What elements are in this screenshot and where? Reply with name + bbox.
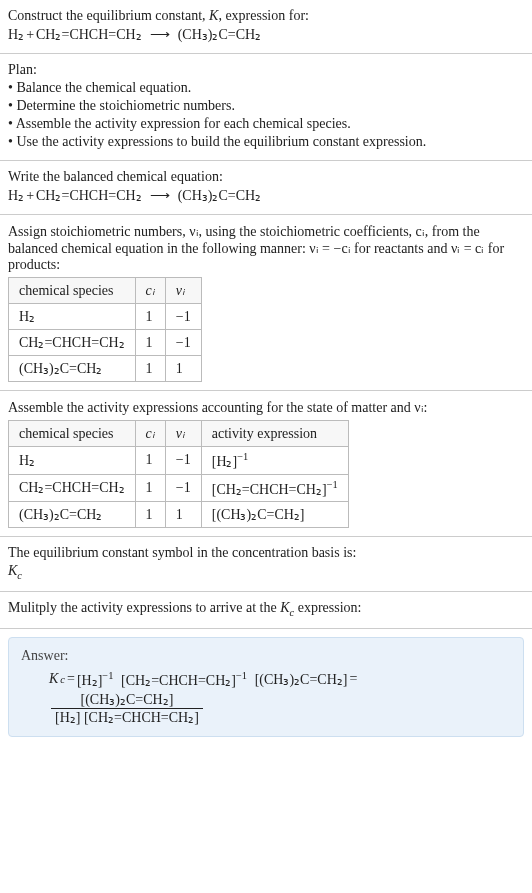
cell-ci: 1	[135, 330, 165, 356]
table-row: (CH₃)₂C=CH₂ 1 1	[9, 356, 202, 382]
bal-lhs2: CH₂=CHCH=CH₂	[36, 187, 142, 204]
cell-ci: 1	[135, 502, 165, 528]
col-species: chemical species	[9, 421, 136, 447]
balanced-section: Write the balanced chemical equation: H₂…	[0, 161, 532, 215]
plan-bullet-3: • Assemble the activity expression for e…	[8, 116, 524, 132]
kc-symbol: Kc	[8, 563, 524, 581]
cell-vi: −1	[165, 304, 201, 330]
act-base: [H₂]	[212, 454, 237, 469]
kc-sub: c	[17, 570, 22, 581]
balanced-equation: H₂ + CH₂=CHCH=CH₂ ⟶ (CH₃)₂C=CH₂	[8, 187, 524, 204]
ci-label: cᵢ	[146, 426, 155, 441]
cell-species: H₂	[9, 447, 136, 475]
eq-plus: +	[26, 27, 34, 43]
eq-lhs2: CH₂=CHCH=CH₂	[36, 26, 142, 43]
cell-species: (CH₃)₂C=CH₂	[9, 502, 136, 528]
activity-intro: Assemble the activity expressions accoun…	[8, 399, 524, 416]
cell-vi: 1	[165, 502, 201, 528]
ans-eq1: =	[67, 671, 75, 687]
cell-ci: 1	[135, 356, 165, 382]
cell-activity: [(CH₃)₂C=CH₂]	[201, 502, 348, 528]
kc-k: K	[8, 563, 17, 578]
ans-fraction: [(CH₃)₂C=CH₂] [H₂] [CH₂=CHCH=CH₂]	[51, 691, 203, 726]
eq-rhs: (CH₃)₂C=CH₂	[178, 26, 261, 43]
ans-t2-exp: −1	[236, 670, 247, 681]
ci-label: cᵢ	[146, 283, 155, 298]
plan-bullet-2: • Determine the stoichiometric numbers.	[8, 98, 524, 114]
stoich-intro: Assign stoichiometric numbers, νᵢ, using…	[8, 223, 524, 273]
vi-label: νᵢ	[176, 426, 185, 441]
prompt-text: Construct the equilibrium constant, K, e…	[8, 8, 524, 24]
eq-lhs1: H₂	[8, 26, 24, 43]
cell-vi: −1	[165, 447, 201, 475]
cell-species: CH₂=CHCH=CH₂	[9, 474, 136, 502]
ans-t2-base: [CH₂=CHCH=CH₂]	[121, 673, 236, 688]
kc-intro: The equilibrium constant symbol in the c…	[8, 545, 524, 561]
kc-symbol-section: The equilibrium constant symbol in the c…	[0, 537, 532, 592]
col-species: chemical species	[9, 278, 136, 304]
plan-title: Plan:	[8, 62, 524, 78]
col-vi: νᵢ	[165, 278, 201, 304]
col-ci: cᵢ	[135, 278, 165, 304]
bal-lhs1: H₂	[8, 187, 24, 204]
table-row: H₂ 1 −1	[9, 304, 202, 330]
answer-equation: Kc = [H₂]−1 [CH₂=CHCH=CH₂]−1 [(CH₃)₂C=CH…	[21, 670, 511, 726]
arrow-icon: ⟶	[144, 26, 176, 43]
prompt-prefix: Construct the equilibrium constant,	[8, 8, 209, 23]
cell-vi: 1	[165, 356, 201, 382]
multiply-text: Mulitply the activity expressions to arr…	[8, 600, 524, 618]
activity-section: Assemble the activity expressions accoun…	[0, 391, 532, 537]
ans-frac-num: [(CH₃)₂C=CH₂]	[51, 691, 203, 709]
plan-bullet-1: • Balance the chemical equation.	[8, 80, 524, 96]
cell-ci: 1	[135, 304, 165, 330]
header-section: Construct the equilibrium constant, K, e…	[0, 0, 532, 54]
table-row: CH₂=CHCH=CH₂ 1 −1 [CH₂=CHCH=CH₂]−1	[9, 474, 349, 502]
bal-plus: +	[26, 188, 34, 204]
cell-species: CH₂=CHCH=CH₂	[9, 330, 136, 356]
ans-kc-sub: c	[60, 674, 65, 685]
table-row: H₂ 1 −1 [H₂]−1	[9, 447, 349, 475]
col-activity: activity expression	[201, 421, 348, 447]
ans-t1-base: [H₂]	[77, 673, 102, 688]
col-vi: νᵢ	[165, 421, 201, 447]
table-row: (CH₃)₂C=CH₂ 1 1 [(CH₃)₂C=CH₂]	[9, 502, 349, 528]
act-base: [CH₂=CHCH=CH₂]	[212, 481, 327, 496]
k-symbol: K	[209, 8, 218, 23]
multiply-section: Mulitply the activity expressions to arr…	[0, 592, 532, 629]
stoich-section: Assign stoichiometric numbers, νᵢ, using…	[0, 215, 532, 391]
cell-vi: −1	[165, 330, 201, 356]
plan-bullet-4: • Use the activity expressions to build …	[8, 134, 524, 150]
cell-activity: [CH₂=CHCH=CH₂]−1	[201, 474, 348, 502]
kc-inline: K	[280, 600, 289, 615]
plan-section: Plan: • Balance the chemical equation. •…	[0, 54, 532, 161]
balanced-title: Write the balanced chemical equation:	[8, 169, 524, 185]
multiply-suffix: expression:	[294, 600, 361, 615]
table-row: CH₂=CHCH=CH₂ 1 −1	[9, 330, 202, 356]
vi-label: νᵢ	[176, 283, 185, 298]
cell-ci: 1	[135, 447, 165, 475]
ans-t1-exp: −1	[102, 670, 113, 681]
answer-label: Answer:	[21, 648, 511, 664]
ans-eq2: =	[349, 671, 357, 687]
cell-activity: [H₂]−1	[201, 447, 348, 475]
cell-species: (CH₃)₂C=CH₂	[9, 356, 136, 382]
header-equation: H₂ + CH₂=CHCH=CH₂ ⟶ (CH₃)₂C=CH₂	[8, 26, 524, 43]
ans-term3: [(CH₃)₂C=CH₂]	[255, 671, 348, 688]
multiply-prefix: Mulitply the activity expressions to arr…	[8, 600, 280, 615]
ans-term1: [H₂]−1	[77, 670, 114, 689]
cell-ci: 1	[135, 474, 165, 502]
cell-species: H₂	[9, 304, 136, 330]
activity-table: chemical species cᵢ νᵢ activity expressi…	[8, 420, 349, 528]
arrow-icon: ⟶	[144, 187, 176, 204]
col-ci: cᵢ	[135, 421, 165, 447]
prompt-suffix: , expression for:	[218, 8, 309, 23]
act-exp: −1	[327, 479, 338, 490]
ans-frac-den: [H₂] [CH₂=CHCH=CH₂]	[51, 709, 203, 726]
table-header-row: chemical species cᵢ νᵢ activity expressi…	[9, 421, 349, 447]
stoich-table: chemical species cᵢ νᵢ H₂ 1 −1 CH₂=CHCH=…	[8, 277, 202, 382]
answer-box: Answer: Kc = [H₂]−1 [CH₂=CHCH=CH₂]−1 [(C…	[8, 637, 524, 737]
ans-term2: [CH₂=CHCH=CH₂]−1	[121, 670, 247, 689]
table-header-row: chemical species cᵢ νᵢ	[9, 278, 202, 304]
act-exp: −1	[237, 451, 248, 462]
cell-vi: −1	[165, 474, 201, 502]
